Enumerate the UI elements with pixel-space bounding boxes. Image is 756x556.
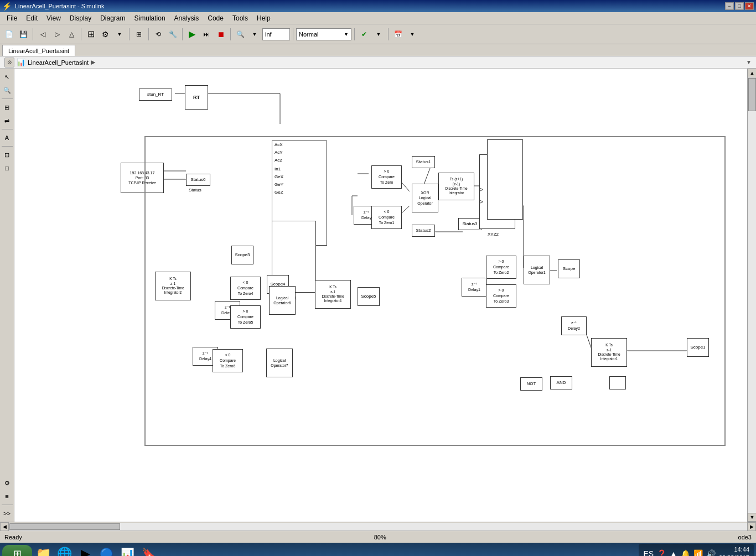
block-discrete-int2[interactable]: K Tsz-1Discrete-TimeIntegrator2	[155, 272, 191, 300]
block-stun-rt[interactable]: stun_RT	[139, 89, 172, 101]
property-tool[interactable]: ≡	[1, 490, 13, 502]
block-logical-op1[interactable]: LogicalOperator1	[524, 256, 550, 284]
volume-icon[interactable]: 🔊	[706, 549, 716, 556]
zoom-arrow[interactable]: ▼	[248, 28, 261, 41]
time-input[interactable]	[262, 28, 290, 40]
bc-back-button[interactable]: ⊙	[4, 58, 14, 67]
new-button[interactable]: 📄	[2, 28, 15, 41]
box-tool[interactable]: □	[1, 162, 13, 174]
bc-expand-button[interactable]: ▼	[746, 59, 752, 65]
signal-btn[interactable]: ⟲	[152, 28, 165, 41]
taskbar-explorer[interactable]: 📁	[33, 544, 53, 556]
close-button[interactable]: ✕	[745, 2, 754, 10]
area-tool[interactable]: ⊡	[1, 149, 13, 161]
block-delay1[interactable]: z⁻¹Delay1	[462, 278, 487, 297]
simulink-canvas[interactable]: stun_RT RT AcX AcY Ac2 In1 GeX GeY GeZ X…	[14, 69, 747, 522]
menu-analysis[interactable]: Analysis	[170, 13, 204, 23]
block-scope5[interactable]: Scope5	[358, 287, 380, 306]
check-arrow[interactable]: ▼	[372, 28, 385, 41]
block-status6[interactable]: Status6	[186, 174, 210, 186]
scrollbar-bottom[interactable]: ◀ ▶	[0, 522, 756, 531]
block-discrete-int4[interactable]: K Tsz-1Discrete-TimeIntegrator4	[315, 280, 351, 309]
scroll-thumb-right[interactable]	[748, 78, 756, 111]
grid-button[interactable]: ⊞	[132, 28, 146, 41]
step-button[interactable]: ⏭	[200, 28, 213, 41]
debug-btn[interactable]: 🔧	[166, 28, 179, 41]
zoom-button[interactable]: 🔍	[234, 28, 247, 41]
menu-code[interactable]: Code	[203, 13, 228, 23]
minimize-button[interactable]: −	[725, 2, 734, 10]
check-button[interactable]: ✔	[358, 28, 371, 41]
menu-display[interactable]: Display	[65, 13, 96, 23]
block-compare-zero2[interactable]: > 0CompareTo Zero2	[486, 256, 516, 279]
block-compare-zero1[interactable]: < 0CompareTo Zero1	[371, 206, 402, 229]
menu-file[interactable]: File	[2, 13, 22, 23]
taskbar-ie[interactable]: 🌐	[54, 544, 74, 556]
block-compare-zero5[interactable]: > 0CompareTo Zero5	[230, 305, 261, 329]
block-xor-logical[interactable]: XORLogicalOperator	[412, 184, 438, 212]
block-discrete-int[interactable]: Ts (z+1)(z-1)Discrete-TimeIntegrator	[438, 173, 474, 200]
taskbar-matlab[interactable]: 📊	[117, 544, 137, 556]
block-logical-op6[interactable]: LogicalOperator6	[269, 286, 296, 315]
expand-sidebar[interactable]: >>	[1, 507, 13, 519]
block-status3[interactable]: Status3	[458, 218, 481, 230]
menu-tools[interactable]: Tools	[228, 13, 252, 23]
block-compare-zero[interactable]: > 0CompareTo Zero	[371, 165, 402, 189]
scroll-thumb-bottom[interactable]	[9, 523, 120, 530]
calendar-button[interactable]: 📅	[391, 28, 405, 41]
scroll-track-right[interactable]	[748, 77, 756, 513]
bc-model[interactable]: LinearAcell_Puertasint	[28, 59, 89, 66]
taskbar-chrome[interactable]: 🔵	[96, 544, 116, 556]
library-button[interactable]: ⊞	[84, 28, 97, 41]
menu-edit[interactable]: Edit	[22, 13, 42, 23]
scroll-down-button[interactable]: ▼	[748, 513, 756, 522]
block-compare-zero3[interactable]: > 0CompareTo Zero3	[486, 284, 516, 308]
block-rt[interactable]: RT	[185, 85, 208, 110]
taskbar-misc[interactable]: 🔖	[138, 544, 158, 556]
scroll-left-button[interactable]: ◀	[0, 522, 9, 531]
menu-simulation[interactable]: Simulation	[130, 13, 170, 23]
block-scope3[interactable]: Scope3	[231, 246, 253, 264]
fit-tool[interactable]: ⊞	[1, 101, 13, 113]
scroll-right-button[interactable]: ▶	[747, 522, 756, 531]
block-scope1[interactable]: Scope1	[687, 338, 709, 357]
menu-help[interactable]: Help	[252, 13, 275, 23]
signal-tool[interactable]: ⇌	[1, 115, 13, 127]
block-scope[interactable]: Scope	[558, 259, 580, 278]
scroll-track-bottom[interactable]	[9, 523, 747, 531]
mode-dropdown[interactable]: Normal ▼	[296, 28, 351, 40]
save-button[interactable]: 💾	[17, 28, 30, 41]
help-icon[interactable]: ❓	[657, 549, 666, 556]
block-logical-op7[interactable]: LogicalOperator7	[266, 349, 293, 377]
diagnostic-tool[interactable]: ⚙	[1, 477, 13, 489]
scrollbar-right[interactable]: ▲ ▼	[747, 69, 756, 522]
stop-button[interactable]: ⏹	[214, 28, 227, 41]
play-button[interactable]: ▶	[185, 28, 199, 41]
settings-arrow[interactable]: ▼	[113, 28, 126, 41]
block-tcp-receive[interactable]: 192.168.43.17Port: 33TCP/IP Receive	[121, 163, 164, 193]
block-discrete-int1[interactable]: K Tsz-1Discrete-TimeIntegrator1	[591, 338, 627, 367]
undo-button[interactable]: ◁	[36, 28, 49, 41]
tab-model[interactable]: LinearAcell_Puertasint	[2, 45, 75, 56]
settings-button[interactable]: ⚙	[99, 28, 112, 41]
menu-diagram[interactable]: Diagram	[96, 13, 130, 23]
text-tool[interactable]: A	[1, 132, 13, 144]
redo-button[interactable]: ▷	[50, 28, 64, 41]
block-status1[interactable]: Status1	[412, 156, 435, 168]
zoom-in-tool[interactable]: 🔍	[1, 84, 13, 96]
pointer-tool[interactable]: ↖	[1, 71, 13, 83]
block-and[interactable]: AND	[550, 376, 572, 389]
up-button[interactable]: △	[65, 28, 78, 41]
block-status2[interactable]: Status2	[412, 225, 435, 237]
block-compare-zero4[interactable]: < 0CompareTo Zero4	[230, 277, 261, 300]
block-delay2[interactable]: z⁻¹Delay2	[561, 316, 587, 335]
calendar-arrow[interactable]: ▼	[406, 28, 419, 41]
menu-view[interactable]: View	[42, 13, 65, 23]
start-button[interactable]: ⊞	[2, 545, 32, 556]
taskbar-media[interactable]: ▶	[75, 544, 95, 556]
block-output[interactable]	[609, 376, 626, 389]
maximize-button[interactable]: □	[735, 2, 744, 10]
block-compare-zero6[interactable]: < 0CompareTo Zero6	[213, 349, 243, 372]
scroll-up-button[interactable]: ▲	[748, 69, 756, 77]
arrow-icon[interactable]: ▲	[670, 549, 677, 556]
